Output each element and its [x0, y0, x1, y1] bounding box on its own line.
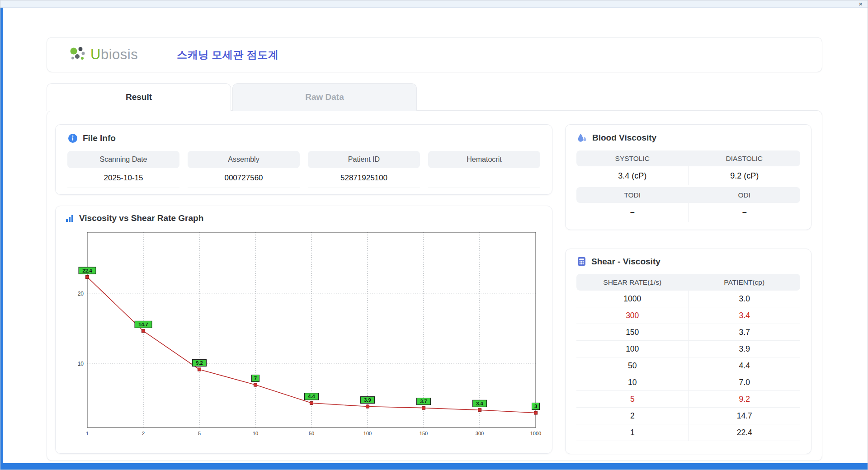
svg-text:14.7: 14.7 — [138, 322, 148, 327]
close-icon[interactable]: × — [859, 0, 863, 8]
patient-cell: 3.0 — [689, 291, 801, 307]
todi-value: − — [576, 203, 689, 222]
right-column: Blood Viscosity SYSTOLIC DIASTOLIC 3.4 (… — [565, 124, 811, 461]
blood-viscosity-value-row: 3.4 (cP) 9.2 (cP) — [576, 166, 800, 185]
graph-heading: Viscosity vs Shear Rate Graph — [65, 213, 548, 223]
file-info-fields: Scanning Date 2025-10-15 Assembly 000727… — [67, 151, 540, 188]
shear-rate-cell: 1 — [576, 424, 689, 441]
bottom-accent-bar — [0, 463, 868, 470]
shear-viscosity-section: Shear - Viscosity SHEAR RATE(1/s) PATIEN… — [565, 249, 811, 454]
logo-text: Ubiosis — [90, 47, 138, 63]
field-scanning-date: Scanning Date 2025-10-15 — [67, 151, 179, 188]
droplet-icon — [576, 132, 588, 143]
field-patient-id: Patient ID 52871925100 — [308, 151, 420, 188]
shear-rate-cell: 150 — [576, 324, 689, 340]
viscosity-chart: 10201251050100150300100022.414.79.274.43… — [65, 227, 543, 443]
field-assembly: Assembly 000727560 — [188, 151, 300, 188]
field-hematocrit: Hematocrit — [428, 151, 540, 188]
systolic-label: SYSTOLIC — [576, 150, 689, 166]
patient-cell: 9.2 — [689, 391, 801, 407]
patient-cell: 3.9 — [689, 341, 801, 357]
field-value: 000727560 — [188, 168, 300, 188]
svg-text:4.4: 4.4 — [308, 394, 315, 399]
content-card: File Info Scanning Date 2025-10-15 Assem… — [47, 110, 822, 461]
field-label: Assembly — [188, 151, 300, 168]
blood-viscosity-heading: Blood Viscosity — [576, 132, 800, 143]
header-card: Ubiosis 스캐닝 모세관 점도계 — [47, 37, 822, 72]
table-row: 2 14.7 — [576, 408, 800, 424]
patient-cell: 3.7 — [689, 324, 801, 340]
patient-cell: 22.4 — [689, 424, 801, 441]
svg-text:10: 10 — [253, 431, 258, 436]
left-column: File Info Scanning Date 2025-10-15 Assem… — [55, 124, 552, 461]
svg-text:100: 100 — [363, 431, 372, 436]
blood-viscosity-section: Blood Viscosity SYSTOLIC DIASTOLIC 3.4 (… — [565, 124, 811, 230]
blood-viscosity-header-row: SYSTOLIC DIASTOLIC — [576, 150, 800, 166]
file-info-section: File Info Scanning Date 2025-10-15 Assem… — [55, 124, 552, 195]
odi-label: ODI — [689, 187, 801, 203]
left-accent-bar — [0, 8, 3, 470]
file-info-heading: File Info — [67, 133, 540, 144]
page-title: 스캐닝 모세관 점도계 — [177, 48, 278, 62]
todi-odi-header-row: TODI ODI — [576, 187, 800, 203]
svg-text:20: 20 — [78, 291, 84, 297]
svg-text:300: 300 — [476, 431, 484, 436]
table-row: 50 4.4 — [576, 357, 800, 374]
app-window: Ubiosis 스캐닝 모세관 점도계 Result Raw Data File… — [47, 37, 822, 461]
field-label: Patient ID — [308, 151, 420, 168]
field-value — [428, 168, 540, 188]
svg-text:1000: 1000 — [530, 431, 541, 436]
patient-column-header: PATIENT(cp) — [689, 274, 801, 291]
svg-text:150: 150 — [420, 431, 428, 436]
svg-text:3.7: 3.7 — [420, 399, 427, 404]
shear-table-header: SHEAR RATE(1/s) PATIENT(cp) — [576, 274, 800, 291]
shear-rate-cell: 5 — [576, 391, 689, 407]
table-row: 150 3.7 — [576, 324, 800, 341]
field-value: 2025-10-15 — [67, 168, 179, 188]
todi-odi-value-row: − − — [576, 203, 800, 222]
table-row: 5 9.2 — [576, 391, 800, 408]
ubiosis-logo: Ubiosis — [68, 45, 138, 64]
todi-label: TODI — [576, 187, 689, 203]
diastolic-value: 9.2 (cP) — [689, 166, 801, 185]
svg-text:5: 5 — [198, 431, 201, 436]
table-row: 100 3.9 — [576, 341, 800, 357]
svg-text:3.9: 3.9 — [364, 397, 371, 403]
info-icon — [67, 133, 78, 144]
diastolic-label: DIASTOLIC — [689, 150, 801, 166]
svg-text:50: 50 — [309, 431, 314, 436]
blood-viscosity-title: Blood Viscosity — [592, 133, 656, 143]
tab-raw-data[interactable]: Raw Data — [232, 83, 417, 111]
graph-section: Viscosity vs Shear Rate Graph 1020125105… — [55, 206, 552, 454]
logo-dots-icon — [68, 45, 89, 64]
table-row: 10 7.0 — [576, 374, 800, 391]
table-row: 1 22.4 — [576, 424, 800, 441]
table-row: 1000 3.0 — [576, 291, 800, 307]
tab-bar: Result Raw Data — [47, 83, 822, 110]
shear-viscosity-heading: Shear - Viscosity — [576, 256, 800, 267]
file-info-title: File Info — [83, 133, 116, 143]
patient-cell: 3.4 — [689, 307, 801, 324]
shear-rate-cell: 1000 — [576, 291, 689, 307]
svg-text:3: 3 — [534, 404, 537, 409]
field-label: Hematocrit — [428, 151, 540, 168]
patient-cell: 4.4 — [689, 357, 801, 374]
shear-rate-cell: 2 — [576, 408, 689, 424]
titlebar: × — [0, 0, 868, 8]
bar-chart-icon — [65, 213, 75, 223]
shear-rate-column-header: SHEAR RATE(1/s) — [576, 274, 689, 291]
shear-rate-cell: 10 — [576, 374, 689, 390]
field-label: Scanning Date — [67, 151, 179, 168]
patient-cell: 7.0 — [689, 374, 801, 390]
shear-rate-cell: 100 — [576, 341, 689, 357]
svg-text:10: 10 — [78, 361, 84, 367]
shear-rate-cell: 300 — [576, 307, 689, 324]
tab-result[interactable]: Result — [47, 83, 231, 111]
field-value: 52871925100 — [308, 168, 420, 188]
svg-text:1: 1 — [86, 431, 89, 436]
odi-value: − — [689, 203, 801, 222]
svg-text:2: 2 — [142, 431, 145, 436]
calculator-icon — [576, 256, 587, 267]
table-row: 300 3.4 — [576, 307, 800, 324]
svg-text:22.4: 22.4 — [82, 268, 92, 273]
